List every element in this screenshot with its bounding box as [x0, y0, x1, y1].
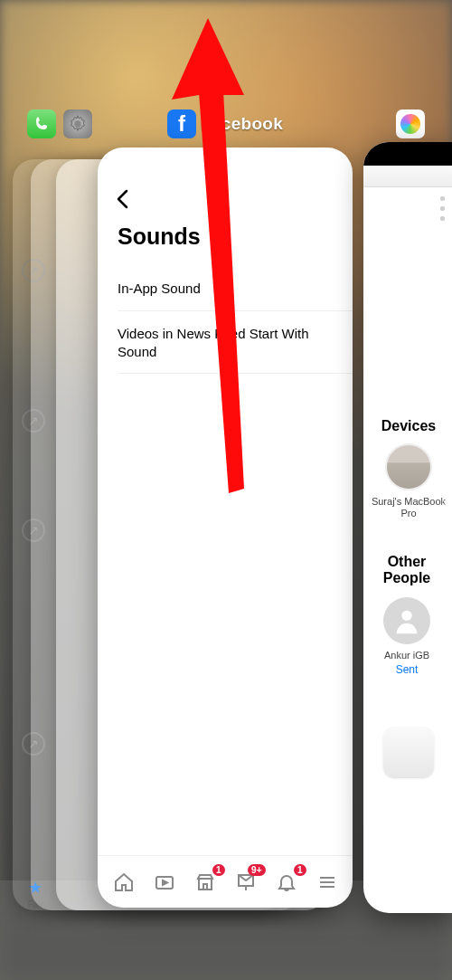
- other-people-section: Other People Ankur iGB Sent: [363, 554, 450, 676]
- swipe-up-arrow: [158, 18, 258, 507]
- groups-badge: 9+: [248, 864, 265, 876]
- marketplace-tab[interactable]: 1: [189, 866, 221, 899]
- svg-marker-8: [172, 18, 244, 100]
- device-name: Suraj's MacBook Pro: [363, 496, 452, 519]
- home-tab[interactable]: [108, 866, 140, 899]
- person-status: Sent: [363, 663, 450, 676]
- person-avatar[interactable]: [383, 597, 430, 644]
- notifications-badge: 1: [294, 864, 306, 876]
- devices-heading: Devices: [363, 418, 452, 434]
- menu-tab[interactable]: [311, 866, 344, 899]
- toolbar-indicators: [440, 196, 445, 221]
- svg-point-7: [401, 611, 411, 621]
- devices-section: Devices Suraj's MacBook Pro: [363, 418, 452, 519]
- photos-app-icon: [396, 109, 425, 138]
- marketplace-badge: 1: [212, 864, 225, 876]
- facebook-tab-bar: 1 9+ 1: [98, 855, 353, 908]
- watch-tab[interactable]: [148, 866, 181, 899]
- macbook-icon[interactable]: [385, 443, 432, 490]
- person-name: Ankur iGB: [363, 650, 450, 661]
- watermark: www.deuaq.com: [439, 456, 450, 535]
- phone-app-icon: [27, 109, 56, 138]
- device-notch: [363, 142, 452, 166]
- people-heading: Other People: [363, 554, 450, 586]
- share-app-icon[interactable]: [383, 727, 434, 777]
- svg-point-0: [74, 120, 80, 127]
- back-button[interactable]: [116, 189, 128, 214]
- safari-toolbar: [363, 166, 452, 187]
- settings-app-icon: [63, 109, 92, 138]
- share-sheet-app-card[interactable]: Devices Suraj's MacBook Pro Other People…: [363, 142, 452, 913]
- groups-tab[interactable]: 9+: [230, 866, 262, 899]
- share-apps-row: [363, 727, 452, 777]
- notifications-tab[interactable]: 1: [270, 866, 303, 899]
- svg-marker-9: [199, 90, 244, 493]
